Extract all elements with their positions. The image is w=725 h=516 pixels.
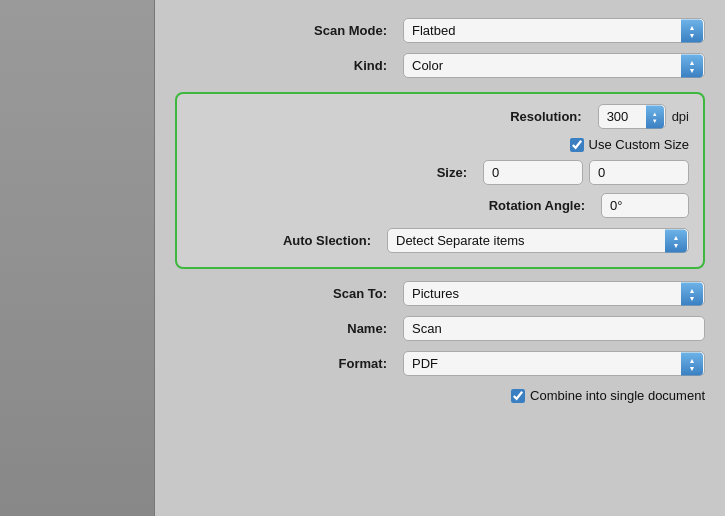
scan-to-label: Scan To: xyxy=(235,286,395,301)
kind-select-wrapper[interactable]: Color xyxy=(403,53,705,78)
name-label: Name: xyxy=(235,321,395,336)
use-custom-size-text: Use Custom Size xyxy=(589,137,689,152)
resolution-row: Resolution: dpi xyxy=(191,104,689,129)
rotation-label: Rotation Angle: xyxy=(433,198,593,213)
rotation-row: Rotation Angle: xyxy=(191,193,689,218)
format-row: Format: PDF xyxy=(175,351,705,376)
use-custom-size-checkbox[interactable] xyxy=(570,138,584,152)
format-label: Format: xyxy=(235,356,395,371)
name-input[interactable] xyxy=(403,316,705,341)
main-content: Scan Mode: Flatbed Kind: Color Resolutio… xyxy=(155,0,725,516)
scan-mode-label: Scan Mode: xyxy=(235,23,395,38)
resolution-input[interactable] xyxy=(598,104,666,129)
size-row: Size: xyxy=(191,160,689,185)
combine-text: Combine into single document xyxy=(530,388,705,403)
scan-mode-select-wrapper[interactable]: Flatbed xyxy=(403,18,705,43)
size-label: Size: xyxy=(315,165,475,180)
format-select-wrapper[interactable]: PDF xyxy=(403,351,705,376)
sidebar xyxy=(0,0,155,516)
scan-to-row: Scan To: Pictures xyxy=(175,281,705,306)
format-select[interactable]: PDF xyxy=(403,351,705,376)
combine-label[interactable]: Combine into single document xyxy=(511,388,705,403)
auto-selection-select[interactable]: Detect Separate items xyxy=(387,228,689,253)
rotation-input[interactable] xyxy=(601,193,689,218)
scan-to-select[interactable]: Pictures xyxy=(403,281,705,306)
scan-to-select-wrapper[interactable]: Pictures xyxy=(403,281,705,306)
size-input-1[interactable] xyxy=(483,160,583,185)
name-row: Name: xyxy=(175,316,705,341)
scan-mode-row: Scan Mode: Flatbed xyxy=(175,18,705,43)
dpi-unit-label: dpi xyxy=(672,109,689,124)
resolution-label: Resolution: xyxy=(430,109,590,124)
kind-label: Kind: xyxy=(235,58,395,73)
auto-selection-row: Auto Slection: Detect Separate items xyxy=(191,228,689,253)
combine-row: Combine into single document xyxy=(175,388,705,403)
resolution-input-wrapper[interactable] xyxy=(598,104,666,129)
size-input-2[interactable] xyxy=(589,160,689,185)
auto-selection-select-wrapper[interactable]: Detect Separate items xyxy=(387,228,689,253)
use-custom-size-row: Use Custom Size xyxy=(191,137,689,152)
kind-row: Kind: Color xyxy=(175,53,705,78)
scan-mode-select[interactable]: Flatbed xyxy=(403,18,705,43)
auto-selection-label: Auto Slection: xyxy=(219,233,379,248)
combine-checkbox[interactable] xyxy=(511,389,525,403)
custom-settings-box: Resolution: dpi Use Custom Size Size: Ro… xyxy=(175,92,705,269)
kind-select[interactable]: Color xyxy=(403,53,705,78)
use-custom-size-label[interactable]: Use Custom Size xyxy=(570,137,689,152)
